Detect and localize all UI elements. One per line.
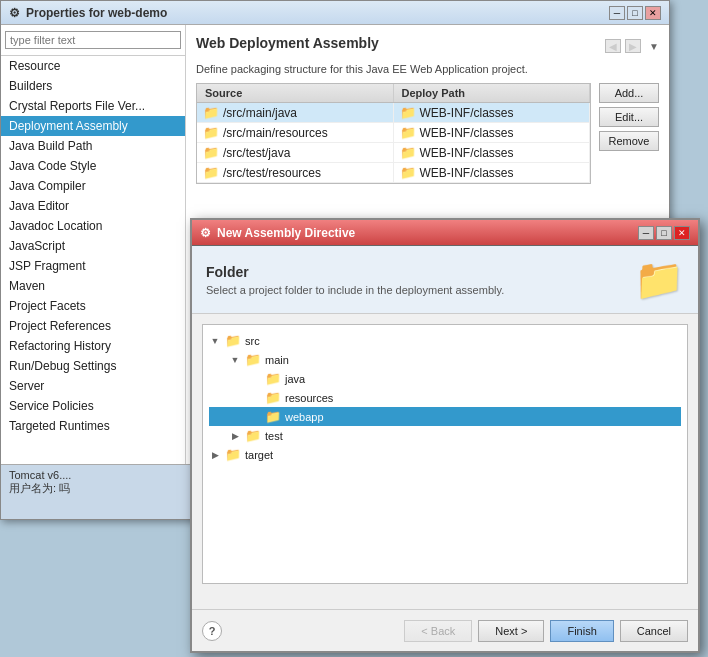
tree-item-src[interactable]: ▼ 📁 src: [209, 331, 681, 350]
source-value: /src/main/resources: [223, 126, 328, 140]
deploy-row-2[interactable]: 📁 /src/test/java 📁 WEB-INF/classes: [197, 143, 590, 163]
properties-title: ⚙ Properties for web-demo: [9, 6, 167, 20]
tree-label-webapp: webapp: [285, 411, 324, 423]
dialog-help-button[interactable]: ?: [202, 621, 222, 641]
source-value: /src/test/java: [223, 146, 290, 160]
sidebar-item-resource[interactable]: Resource: [1, 56, 185, 76]
deploy-table-header: Source Deploy Path: [197, 84, 590, 103]
folder-icon: 📁: [203, 105, 219, 120]
deploy-row-0[interactable]: 📁 /src/main/java 📁 WEB-INF/classes: [197, 103, 590, 123]
tree-toggle-src[interactable]: ▼: [209, 336, 221, 346]
deploy-path-value: WEB-INF/classes: [420, 166, 514, 180]
deploy-path-cell: 📁 WEB-INF/classes: [394, 163, 591, 182]
folder-icon-target: 📁: [225, 447, 241, 462]
sidebar-item-java-build-path[interactable]: Java Build Path: [1, 136, 185, 156]
tree-item-target[interactable]: ▶ 📁 target: [209, 445, 681, 464]
sidebar-item-java-compiler[interactable]: Java Compiler: [1, 176, 185, 196]
sidebar-item-run-debug-settings[interactable]: Run/Debug Settings: [1, 356, 185, 376]
deploy-path-value: WEB-INF/classes: [420, 106, 514, 120]
nav-dropdown[interactable]: ▼: [649, 41, 659, 52]
folder-icon: 📁: [400, 145, 416, 160]
deploy-path-value: WEB-INF/classes: [420, 126, 514, 140]
deploy-path-value: WEB-INF/classes: [420, 146, 514, 160]
dialog-footer: ? < Back Next > Finish Cancel: [192, 609, 698, 651]
sidebar-item-targeted-runtimes[interactable]: Targeted Runtimes: [1, 416, 185, 436]
dialog-header: Folder Select a project folder to includ…: [192, 246, 698, 314]
dialog-titlebar: ⚙ New Assembly Directive ─ □ ✕: [192, 220, 698, 246]
filter-input[interactable]: [5, 31, 181, 49]
dialog-window: ⚙ New Assembly Directive ─ □ ✕ Folder Se…: [190, 218, 700, 653]
tree-label-resources: resources: [285, 392, 333, 404]
sidebar-item-builders[interactable]: Builders: [1, 76, 185, 96]
folder-icon-resources: 📁: [265, 390, 281, 405]
footer-buttons: < Back Next > Finish Cancel: [404, 620, 688, 642]
window-controls: ─ □ ✕: [609, 6, 661, 20]
source-col-header: Source: [197, 84, 394, 102]
folder-icon-src: 📁: [225, 333, 241, 348]
sidebar-item-javadoc-location[interactable]: Javadoc Location: [1, 216, 185, 236]
tree-toggle-test[interactable]: ▶: [229, 431, 241, 441]
sidebar-item-service-policies[interactable]: Service Policies: [1, 396, 185, 416]
sidebar-item-deployment-assembly[interactable]: Deployment Assembly: [1, 116, 185, 136]
sidebar-item-server[interactable]: Server: [1, 376, 185, 396]
maximize-button[interactable]: □: [627, 6, 643, 20]
remove-button[interactable]: Remove: [599, 131, 659, 151]
table-buttons: Add... Edit... Remove: [599, 83, 659, 184]
sidebar: ResourceBuildersCrystal Reports File Ver…: [1, 25, 186, 519]
deploy-table: Source Deploy Path 📁 /src/main/java 📁 WE…: [196, 83, 591, 184]
sidebar-item-project-references[interactable]: Project References: [1, 316, 185, 336]
source-value: /src/test/resources: [223, 166, 321, 180]
sidebar-item-refactoring-history[interactable]: Refactoring History: [1, 336, 185, 356]
source-cell: 📁 /src/test/java: [197, 143, 394, 162]
tree-label-java: java: [285, 373, 305, 385]
minimize-button[interactable]: ─: [609, 6, 625, 20]
deploy-row-3[interactable]: 📁 /src/test/resources 📁 WEB-INF/classes: [197, 163, 590, 183]
dialog-minimize-button[interactable]: ─: [638, 226, 654, 240]
add-button[interactable]: Add...: [599, 83, 659, 103]
sidebar-item-crystal-reports[interactable]: Crystal Reports File Ver...: [1, 96, 185, 116]
sidebar-item-java-editor[interactable]: Java Editor: [1, 196, 185, 216]
tree-item-java[interactable]: 📁 java: [209, 369, 681, 388]
sidebar-item-jsp-fragment[interactable]: JSP Fragment: [1, 256, 185, 276]
cancel-button[interactable]: Cancel: [620, 620, 688, 642]
tree-label-src: src: [245, 335, 260, 347]
dialog-icon: ⚙: [200, 226, 211, 240]
nav-arrows: ◀ ▶ ▼: [605, 39, 659, 53]
dialog-header-title: Folder: [206, 264, 504, 280]
dialog-maximize-button[interactable]: □: [656, 226, 672, 240]
tree-label-target: target: [245, 449, 273, 461]
deploy-path-col-header: Deploy Path: [394, 84, 591, 102]
finish-button[interactable]: Finish: [550, 620, 613, 642]
content-title: Web Deployment Assembly: [196, 35, 379, 51]
tree-item-test[interactable]: ▶ 📁 test: [209, 426, 681, 445]
nav-back-arrow[interactable]: ◀: [605, 39, 621, 53]
folder-icon-java: 📁: [265, 371, 281, 386]
folder-icon: 📁: [203, 165, 219, 180]
next-button[interactable]: Next >: [478, 620, 544, 642]
close-button[interactable]: ✕: [645, 6, 661, 20]
tree-toggle-target[interactable]: ▶: [209, 450, 221, 460]
dialog-title: ⚙ New Assembly Directive: [200, 226, 355, 240]
deploy-table-wrap: Source Deploy Path 📁 /src/main/java 📁 WE…: [196, 83, 659, 184]
sidebar-item-project-facets[interactable]: Project Facets: [1, 296, 185, 316]
dialog-close-button[interactable]: ✕: [674, 226, 690, 240]
content-desc: Define packaging structure for this Java…: [196, 63, 659, 75]
filter-wrap: [1, 25, 185, 56]
tree-item-webapp[interactable]: 📁 webapp: [209, 407, 681, 426]
tree-toggle-main[interactable]: ▼: [229, 355, 241, 365]
sidebar-item-java-code-style[interactable]: Java Code Style: [1, 156, 185, 176]
dialog-tree[interactable]: ▼ 📁 src ▼ 📁 main 📁 java 📁 resources 📁 we…: [202, 324, 688, 584]
tree-container: ▼ 📁 src ▼ 📁 main 📁 java 📁 resources 📁 we…: [209, 331, 681, 464]
folder-icon: 📁: [203, 125, 219, 140]
sidebar-item-maven[interactable]: Maven: [1, 276, 185, 296]
source-cell: 📁 /src/main/resources: [197, 123, 394, 142]
nav-forward-arrow[interactable]: ▶: [625, 39, 641, 53]
edit-button[interactable]: Edit...: [599, 107, 659, 127]
tree-item-resources[interactable]: 📁 resources: [209, 388, 681, 407]
dialog-header-text: Folder Select a project folder to includ…: [206, 264, 504, 296]
tree-item-main[interactable]: ▼ 📁 main: [209, 350, 681, 369]
deploy-row-1[interactable]: 📁 /src/main/resources 📁 WEB-INF/classes: [197, 123, 590, 143]
sidebar-item-javascript[interactable]: JavaScript: [1, 236, 185, 256]
back-button[interactable]: < Back: [404, 620, 472, 642]
deploy-path-cell: 📁 WEB-INF/classes: [394, 103, 591, 122]
